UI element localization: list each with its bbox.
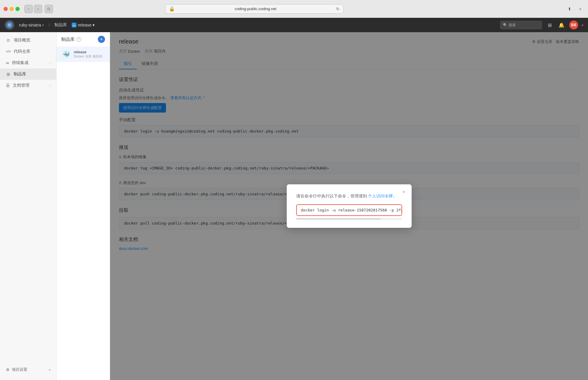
code-icon: </> [6, 49, 11, 54]
user-avatar[interactable]: BB [569, 21, 578, 29]
project-name[interactable]: ruby-sinatra ▾ [19, 23, 44, 27]
modal-overlay[interactable]: × 请在命令行中执行以下命令，管理请到 个人访问令牌。 docker login… [110, 32, 588, 380]
package-item-release[interactable]: 🐳 release Docker 仓库 项目内 [57, 46, 110, 62]
package-library-nav[interactable]: 制品库 [54, 22, 67, 28]
package-icon: ⊞ [6, 72, 11, 77]
modal-close-button[interactable]: × [400, 189, 407, 196]
modal-scrollbar-thumb [296, 218, 381, 219]
ci-icon: ∞ [6, 60, 9, 65]
address-text: coding-public.coding.net [177, 7, 334, 11]
release-dropdown-icon: ▾ [92, 23, 95, 27]
close-traffic-light[interactable] [4, 7, 8, 11]
doc-arrow-icon: › [49, 84, 50, 87]
app-container: C ruby-sinatra ▾ / 制品库 🐳 release ▾ 🔍 搜索 … [0, 18, 588, 380]
ci-arrow-icon: › [49, 61, 50, 65]
modal-scrollbar[interactable] [296, 218, 402, 219]
sidebar-item-code-repo[interactable]: </> 代码仓库 [0, 46, 56, 57]
collapse-icon: « [49, 368, 51, 371]
minimize-traffic-light[interactable] [10, 7, 14, 11]
main-content: release ⚙ 设置仓库 版本覆盖策略 类型 Docker 权限 项目内 [110, 32, 588, 380]
app-logo: C [5, 20, 14, 30]
browser-chrome: ‹ › ⊡ 🔒 coding-public.coding.net ↻ ⬆ + [0, 0, 588, 18]
notification-icon-button[interactable]: 🔔 [557, 21, 566, 29]
search-icon: 🔍 [503, 23, 507, 27]
package-panel-title: 制品库 ? [61, 37, 81, 42]
sidebar-settings[interactable]: ⚙ 项目设置 « [0, 364, 57, 375]
tab-button[interactable]: ⊡ [45, 5, 53, 13]
content-area: ⊙ 项目概览 </> 代码仓库 ∞ 持续集成 › ⊞ 制品库 ☰ [0, 32, 588, 380]
package-panel: 制品库 ? + 🐳 release Docker 仓库 项目内 [57, 32, 110, 380]
top-nav: C ruby-sinatra ▾ / 制品库 🐳 release ▾ 🔍 搜索 … [0, 18, 588, 32]
docker-whale-icon: 🐳 [62, 51, 70, 58]
sidebar-item-doc-mgmt[interactable]: ☰ 文档管理 › [0, 80, 56, 91]
browser-nav-buttons: ‹ › [24, 5, 42, 13]
svg-text:🐳: 🐳 [72, 23, 76, 27]
modal-link[interactable]: 个人访问令牌。 [368, 194, 397, 198]
browser-actions: ⬆ + [565, 5, 584, 13]
top-nav-right: 🔍 搜索 ⊞ 🔔 BB ▾ [500, 21, 583, 29]
reload-icon[interactable]: ↻ [336, 7, 340, 11]
fullscreen-traffic-light[interactable] [15, 7, 20, 11]
share-button[interactable]: ⬆ [565, 5, 574, 13]
logo-icon: C [6, 22, 13, 28]
search-box[interactable]: 🔍 搜索 [500, 21, 542, 29]
release-nav[interactable]: 🐳 release ▾ [72, 23, 95, 27]
project-dropdown-icon: ▾ [42, 24, 44, 27]
package-panel-header: 制品库 ? + [57, 36, 110, 46]
nav-divider: / [48, 22, 50, 28]
modal-code-box: docker login -u release-1587202817568 -p… [296, 204, 402, 216]
address-bar[interactable]: 🔒 coding-public.coding.net ↻ [165, 4, 344, 14]
docker-nav-icon: 🐳 [72, 23, 76, 27]
sidebar: ⊙ 项目概览 </> 代码仓库 ∞ 持续集成 › ⊞ 制品库 ☰ [0, 32, 57, 380]
lock-icon: 🔒 [169, 6, 175, 12]
sidebar-item-package-lib[interactable]: ⊞ 制品库 [0, 68, 56, 80]
sidebar-item-overview[interactable]: ⊙ 项目概览 [0, 35, 56, 46]
svg-text:C: C [8, 23, 11, 27]
help-icon[interactable]: ? [76, 37, 81, 42]
settings-icon: ⚙ [6, 367, 10, 372]
traffic-lights [4, 7, 20, 11]
doc-icon: ☰ [6, 83, 10, 88]
package-info: release Docker 仓库 项目内 [74, 50, 102, 59]
modal-description: 请在命令行中执行以下命令，管理请到 个人访问令牌。 [296, 193, 402, 199]
add-package-button[interactable]: + [98, 36, 105, 43]
back-button[interactable]: ‹ [24, 5, 33, 13]
table-icon-button[interactable]: ⊞ [545, 21, 554, 29]
docker-package-icon: 🐳 [61, 49, 71, 59]
avatar-dropdown-icon[interactable]: ▾ [582, 24, 583, 27]
new-tab-button[interactable]: + [576, 5, 584, 13]
modal-dialog: × 请在命令行中执行以下命令，管理请到 个人访问令牌。 docker login… [287, 184, 412, 228]
forward-button[interactable]: › [34, 5, 42, 13]
overview-icon: ⊙ [6, 38, 11, 43]
sidebar-item-ci[interactable]: ∞ 持续集成 › [0, 57, 56, 68]
